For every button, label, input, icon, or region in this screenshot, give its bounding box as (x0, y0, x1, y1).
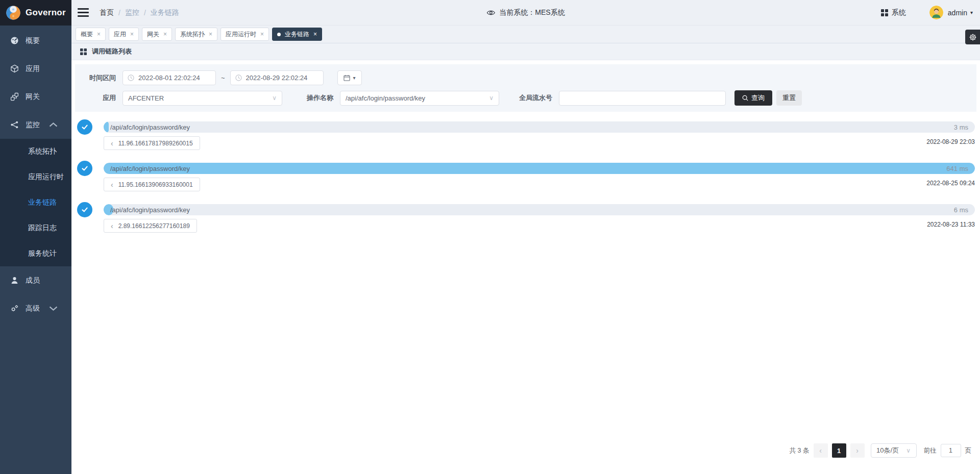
system-menu[interactable]: 系统 (881, 8, 906, 17)
trace-duration-bar[interactable]: /api/afc/login/password/key 641 ms (104, 163, 975, 174)
pagination-prev-button[interactable]: ‹ (814, 443, 828, 458)
trace-duration-fill (104, 163, 975, 174)
operation-label: 操作名称 (301, 93, 333, 103)
sidebar-item-label: 成员 (26, 276, 40, 285)
breadcrumb-separator: / (118, 9, 120, 17)
monitor-icon (10, 120, 19, 129)
trace-timestamp: 2022-08-29 22:03 (926, 138, 975, 145)
tab-gateway[interactable]: 网关× (142, 28, 172, 41)
user-caret-down-icon[interactable]: ▾ (970, 10, 973, 15)
chevron-up-icon (49, 120, 64, 129)
trace-duration: 641 ms (946, 165, 968, 172)
end-date-input[interactable]: 2022-08-29 22:02:24 (230, 70, 324, 85)
tab-bar: 概要× 应用× 网关× 系统拓扑× 应用运行时× 业务链路× (71, 26, 980, 43)
pagination-next-button[interactable]: › (850, 443, 865, 458)
start-date-input[interactable]: 2022-08-01 22:02:24 (122, 70, 216, 85)
chevron-left-icon: ‹ (111, 222, 113, 230)
tab-topology[interactable]: 系统拓扑× (175, 28, 217, 41)
sidebar-item-label: 高级 (26, 304, 40, 313)
sidebar-item-member[interactable]: 成员 (0, 266, 71, 294)
filter-panel: 时间区间 2022-08-01 22:02:24 ~ 2022-08-29 22… (75, 64, 976, 112)
breadcrumb: 首页 / 监控 / 业务链路 (100, 8, 179, 17)
gears-icon (10, 304, 19, 313)
trace-id-button[interactable]: ‹ 11.95.16613906933160001 (104, 178, 200, 191)
sidebar-item-topology[interactable]: 系统拓扑 (0, 139, 71, 164)
trace-list: /api/afc/login/password/key 3 ms ‹ 11.96… (71, 112, 980, 233)
success-check-icon (77, 161, 92, 176)
close-icon[interactable]: × (163, 31, 167, 37)
sidebar-item-logs[interactable]: 跟踪日志 (0, 215, 71, 241)
success-check-icon (77, 119, 92, 135)
clock-icon (235, 74, 242, 81)
sidebar-item-gateway[interactable]: 网关 (0, 83, 71, 111)
app-select[interactable]: AFCENTER ∨ (122, 91, 282, 106)
chevron-left-icon: ‹ (111, 181, 113, 188)
settings-button[interactable] (965, 30, 980, 44)
trace-no-input[interactable] (559, 91, 726, 106)
trace-timestamp: 2022-08-23 11:33 (927, 221, 975, 228)
close-icon[interactable]: × (209, 31, 212, 37)
reset-button[interactable]: 重置 (776, 90, 802, 106)
trace-path: /api/afc/login/password/key (110, 165, 190, 172)
tab-tracing[interactable]: 业务链路× (272, 28, 322, 41)
logo-swirl-icon (6, 5, 21, 20)
page-content: 调用链路列表 时间区间 2022-08-01 22:02:24 ~ 2022-0… (71, 43, 980, 474)
goto-unit: 页 (965, 446, 972, 455)
select-caret-icon: ∨ (906, 447, 911, 454)
trace-item: /api/afc/login/password/key 3 ms ‹ 11.96… (77, 119, 975, 150)
avatar[interactable] (929, 6, 943, 19)
filter-row-time: 时间区间 2022-08-01 22:02:24 ~ 2022-08-29 22… (83, 70, 968, 85)
monitor-submenu: 系统拓扑 应用运行时 业务链路 跟踪日志 服务统计 (0, 139, 71, 266)
tab-overview[interactable]: 概要× (76, 28, 106, 41)
search-button[interactable]: 查询 (734, 90, 772, 106)
close-icon[interactable]: × (313, 31, 317, 37)
user-icon (10, 276, 19, 285)
pagination-total: 共 3 条 (790, 446, 810, 455)
sidebar-item-label: 概要 (26, 36, 40, 45)
close-icon[interactable]: × (260, 31, 264, 37)
sidebar-item-application[interactable]: 应用 (0, 55, 71, 83)
trace-duration: 6 ms (954, 206, 968, 214)
trace-duration: 3 ms (954, 123, 968, 131)
gear-icon (969, 33, 977, 41)
breadcrumb-section[interactable]: 监控 (125, 8, 139, 17)
trace-id-button[interactable]: ‹ 11.96.16617817989260015 (104, 136, 200, 150)
app-logo: Governor (0, 0, 71, 26)
active-tab-dot (277, 33, 281, 36)
sidebar-item-overview[interactable]: 概要 (0, 27, 71, 55)
page-size-select[interactable]: 10条/页 ∨ (871, 443, 917, 458)
select-caret-icon: ∨ (272, 94, 277, 102)
trace-duration-bar[interactable]: /api/afc/login/password/key 3 ms (104, 121, 975, 133)
trace-duration-bar[interactable]: /api/afc/login/password/key 6 ms (104, 204, 975, 215)
close-icon[interactable]: × (97, 31, 101, 37)
sidebar-item-stats[interactable]: 服务统计 (0, 241, 71, 266)
breadcrumb-separator: / (144, 9, 146, 17)
main-area: 首页 / 监控 / 业务链路 当前系统：MES系统 系统 admin ▾ (71, 0, 980, 474)
sidebar-item-tracing[interactable]: 业务链路 (0, 190, 71, 215)
breadcrumb-home[interactable]: 首页 (100, 8, 114, 17)
logo-text: Governor (26, 8, 66, 18)
sidebar-item-runtime[interactable]: 应用运行时 (0, 164, 71, 190)
goto-page-input[interactable] (941, 444, 961, 457)
close-icon[interactable]: × (130, 31, 134, 37)
trace-no-label: 全局流水号 (512, 93, 552, 103)
hamburger-menu-icon[interactable] (78, 8, 89, 17)
sidebar-item-advanced[interactable]: 高级 (0, 294, 71, 322)
tab-application[interactable]: 应用× (109, 28, 139, 41)
range-separator: ~ (221, 74, 225, 82)
username[interactable]: admin (948, 9, 967, 17)
operation-select[interactable]: /api/afc/login/password/key ∨ (340, 91, 499, 106)
filter-row-criteria: 应用 AFCENTER ∨ 操作名称 /api/afc/login/passwo… (83, 90, 968, 106)
trace-path: /api/afc/login/password/key (110, 123, 190, 131)
sidebar-item-monitor[interactable]: 监控 (0, 111, 71, 139)
trace-duration-fill (104, 121, 109, 133)
trace-id-button[interactable]: ‹ 2.89.16612256277160189 (104, 219, 197, 233)
trace-item: /api/afc/login/password/key 641 ms ‹ 11.… (77, 161, 975, 191)
breadcrumb-page: 业务链路 (151, 8, 179, 17)
system-menu-label: 系统 (892, 8, 906, 17)
sidebar: Governor 概要 应用 网关 监控 系统拓扑 应用运行时 业务链路 跟踪日… (0, 0, 71, 474)
quick-range-button[interactable]: ▾ (337, 70, 362, 85)
tab-runtime[interactable]: 应用运行时× (220, 28, 269, 41)
cube-icon (10, 64, 19, 73)
pagination-page-button[interactable]: 1 (832, 443, 846, 458)
